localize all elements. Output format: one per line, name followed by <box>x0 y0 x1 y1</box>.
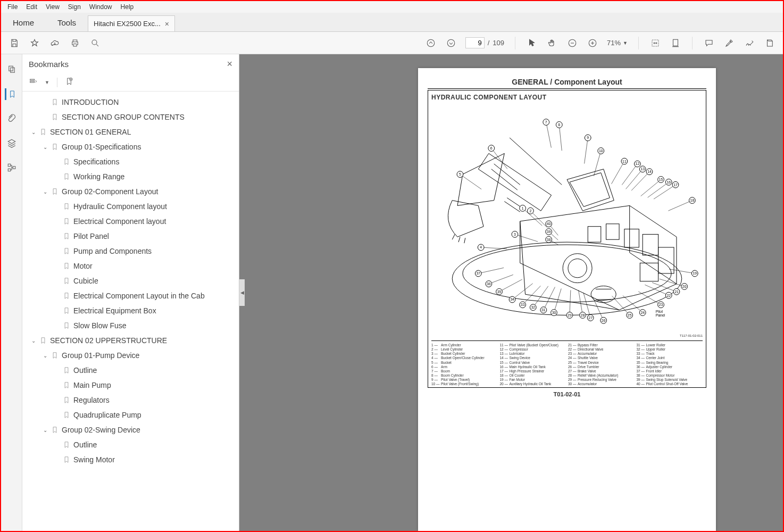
menu-view[interactable]: View <box>41 2 64 12</box>
svg-line-130 <box>502 279 522 290</box>
comment-icon[interactable] <box>703 37 715 49</box>
bookmarks-icon[interactable] <box>5 88 16 100</box>
tab-document[interactable]: Hitachi EX2500 Exc... × <box>88 15 175 31</box>
svg-text:15: 15 <box>659 178 663 181</box>
bookmark-item[interactable]: ⌄Group 02-Component Layout <box>22 184 239 199</box>
bookmark-item[interactable]: Main Pump <box>22 378 239 393</box>
bookmarks-panel: Bookmarks × ▼ INTRODUCTIONSECTION AND GR… <box>22 54 239 531</box>
bookmark-item[interactable]: Hydraulic Component layout <box>22 199 239 214</box>
menu-window[interactable]: Window <box>85 2 116 12</box>
menu-bar: File Edit View Sign Window Help <box>1 1 783 13</box>
thumbnails-icon[interactable] <box>6 64 18 76</box>
tab-tools[interactable]: Tools <box>46 14 88 31</box>
bookmark-tree[interactable]: INTRODUCTIONSECTION AND GROUP CONTENTS⌄S… <box>22 92 239 531</box>
cloud-icon[interactable] <box>49 37 61 49</box>
twisty-icon[interactable]: ⌄ <box>41 189 49 195</box>
bookmark-item[interactable]: Outline <box>22 437 239 452</box>
fit-page-icon[interactable] <box>670 37 681 49</box>
pointer-icon[interactable] <box>526 37 538 49</box>
sign-icon[interactable] <box>744 37 755 49</box>
bookmark-item[interactable]: Outline <box>22 363 239 378</box>
zoom-value: 71% <box>607 39 621 47</box>
close-icon[interactable]: × <box>165 20 169 28</box>
bookmark-item[interactable]: Slow Blow Fuse <box>22 318 239 333</box>
legend-row: 40 —Pilot Control Shut-Off Valve <box>637 382 703 386</box>
bookmark-item[interactable]: SECTION AND GROUP CONTENTS <box>22 110 239 124</box>
bookmark-item[interactable]: ⌄SECTION 02 UPPERSTRUCTURE <box>22 333 239 348</box>
hand-icon[interactable] <box>546 37 558 49</box>
bookmark-item[interactable]: ⌄Group 01-Pump Device <box>22 348 239 363</box>
print-icon[interactable] <box>69 37 81 49</box>
page-number-input[interactable] <box>465 37 485 48</box>
menu-help[interactable]: Help <box>116 2 138 12</box>
save-icon[interactable] <box>9 37 20 49</box>
stamp-icon[interactable] <box>764 37 775 49</box>
bookmark-label: Pilot Panel <box>73 232 109 240</box>
twisty-icon[interactable]: ⌄ <box>41 144 49 150</box>
svg-text:28: 28 <box>581 313 585 317</box>
new-bookmark-icon[interactable] <box>65 77 73 87</box>
layers-icon[interactable] <box>6 137 18 149</box>
panel-close-icon[interactable]: × <box>227 59 232 70</box>
bookmark-item[interactable]: ⌄SECTION 01 GENERAL <box>22 124 239 139</box>
svg-text:14: 14 <box>647 170 652 173</box>
bookmark-item[interactable]: Pump and Components <box>22 244 239 259</box>
twisty-icon[interactable]: ⌄ <box>30 338 37 344</box>
bookmark-icon <box>63 367 70 374</box>
panel-options-icon[interactable] <box>29 77 37 87</box>
twisty-icon[interactable]: ⌄ <box>41 353 49 359</box>
svg-text:18: 18 <box>690 198 695 202</box>
toolbar-separator <box>692 37 693 49</box>
svg-text:25: 25 <box>628 313 632 317</box>
bookmark-item[interactable]: Electrical Component Layout in the Cab <box>22 288 239 303</box>
fit-width-icon[interactable] <box>649 37 661 49</box>
document-area[interactable]: ◀ GENERAL / Component Layout HYDRAULIC C… <box>239 54 783 531</box>
legend-row: 29 —Pressure Reducing Valve <box>568 378 635 382</box>
attachments-icon[interactable] <box>6 113 18 124</box>
page-up-icon[interactable] <box>425 37 437 49</box>
bookmark-item[interactable]: Working Range <box>22 169 239 184</box>
svg-line-58 <box>612 164 623 184</box>
bookmark-item[interactable]: Pilot Panel <box>22 229 239 244</box>
zoom-out-icon[interactable] <box>566 37 578 49</box>
bookmark-item[interactable]: Specifications <box>22 154 239 169</box>
bookmark-item[interactable]: ⌄Group 02-Swing Device <box>22 422 239 437</box>
menu-file[interactable]: File <box>3 2 22 12</box>
svg-line-40 <box>463 176 481 189</box>
svg-text:16: 16 <box>666 180 671 184</box>
twisty-icon[interactable]: ⌄ <box>41 427 49 433</box>
legend-column: 1 —Arm Cylinder2 —Level Cylinder3 —Bucke… <box>431 343 498 386</box>
bookmark-item[interactable]: Regulators <box>22 393 239 408</box>
svg-rect-9 <box>8 164 11 167</box>
search-icon[interactable] <box>89 37 101 49</box>
collapse-handle[interactable]: ◀ <box>239 279 245 306</box>
legend-row: 6 —Arm <box>431 365 498 369</box>
model-tree-icon[interactable] <box>6 162 18 173</box>
tab-home[interactable]: Home <box>1 14 46 31</box>
svg-point-24 <box>568 259 587 278</box>
bookmark-item[interactable]: Swing Motor <box>22 452 239 467</box>
bookmark-label: Main Pump <box>73 381 111 389</box>
star-icon[interactable] <box>29 37 40 49</box>
page-down-icon[interactable] <box>445 37 457 49</box>
bookmark-item[interactable]: Motor <box>22 259 239 273</box>
zoom-in-icon[interactable] <box>587 37 598 49</box>
svg-text:7: 7 <box>545 120 547 124</box>
menu-sign[interactable]: Sign <box>64 2 85 12</box>
bookmark-item[interactable]: INTRODUCTION <box>22 95 239 110</box>
bookmark-item[interactable]: ⌄Group 01-Specifications <box>22 139 239 154</box>
highlight-icon[interactable] <box>723 37 735 49</box>
legend-row: 13 —Lubricator <box>500 352 566 356</box>
legend-row: 37 —Front Idler <box>637 369 703 373</box>
zoom-level[interactable]: 71% ▼ <box>607 39 628 47</box>
twisty-icon[interactable]: ⌄ <box>30 129 37 135</box>
panel-tools: ▼ <box>22 73 239 92</box>
menu-edit[interactable]: Edit <box>22 2 41 12</box>
bookmark-item[interactable]: Cubicle <box>22 273 239 288</box>
svg-text:33: 33 <box>521 303 525 306</box>
svg-rect-18 <box>606 224 620 239</box>
bookmark-item[interactable]: Quadruplicate Pump <box>22 408 239 422</box>
bookmark-item[interactable]: Electrical Equipment Box <box>22 303 239 318</box>
bookmark-item[interactable]: Electrical Component layout <box>22 214 239 229</box>
legend-row: 9 —Pilot Valve (Travel) <box>431 378 498 382</box>
